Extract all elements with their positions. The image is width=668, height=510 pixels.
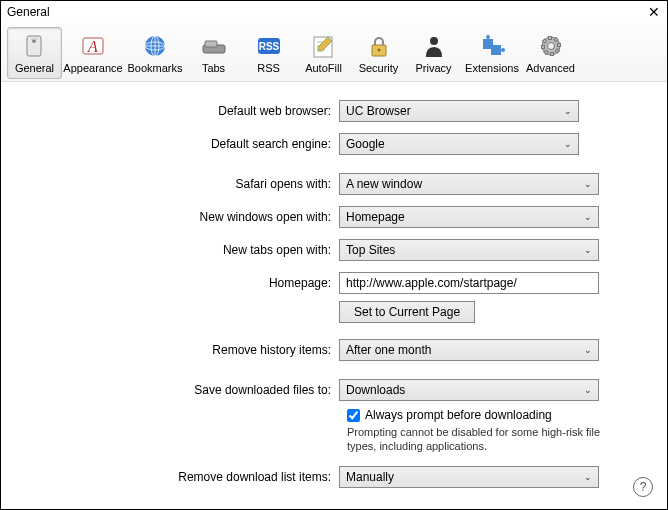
tab-advanced[interactable]: Advanced (523, 27, 578, 79)
svg-rect-26 (541, 46, 544, 49)
always-prompt-checkbox[interactable] (347, 409, 360, 422)
tabs-icon (198, 32, 230, 60)
always-prompt-label[interactable]: Always prompt before downloading (365, 408, 552, 422)
chevron-down-icon: ⌄ (584, 472, 592, 482)
default-browser-value: UC Browser (346, 104, 411, 118)
tab-general[interactable]: General (7, 27, 62, 79)
svg-point-15 (430, 37, 438, 45)
prompt-note: Prompting cannot be disabled for some hi… (347, 426, 607, 454)
svg-point-14 (377, 49, 380, 52)
svg-rect-9 (205, 41, 217, 47)
security-icon (363, 32, 395, 60)
tab-label: Bookmarks (127, 62, 182, 74)
preferences-toolbar: GeneralAAppearanceBookmarksTabsRSSRSSAut… (1, 23, 667, 82)
general-content: Default web browser: UC Browser ⌄ Defaul… (1, 82, 667, 509)
svg-point-21 (547, 43, 554, 50)
chevron-down-icon: ⌄ (584, 385, 592, 395)
label-new-windows: New windows open with: (11, 210, 339, 224)
titlebar: General ✕ (1, 1, 667, 23)
label-default-search: Default search engine: (11, 137, 339, 151)
chevron-down-icon: ⌄ (584, 245, 592, 255)
autofill-icon (308, 32, 340, 60)
help-icon[interactable]: ? (633, 477, 653, 497)
tab-appearance[interactable]: AAppearance (62, 27, 124, 79)
svg-rect-28 (548, 37, 551, 40)
remove-downloads-value: Manually (346, 470, 394, 484)
svg-text:RSS: RSS (258, 41, 279, 52)
tab-label: General (15, 62, 54, 74)
window-title: General (7, 5, 50, 19)
tab-extensions[interactable]: Extensions (461, 27, 523, 79)
label-new-tabs: New tabs open with: (11, 243, 339, 257)
safari-opens-value: A new window (346, 177, 422, 191)
tab-label: Privacy (415, 62, 451, 74)
svg-point-18 (486, 35, 490, 39)
label-homepage: Homepage: (11, 276, 339, 290)
extensions-icon (476, 32, 508, 60)
svg-rect-2 (31, 38, 37, 40)
svg-rect-24 (550, 53, 553, 56)
tab-autofill[interactable]: AutoFill (296, 27, 351, 79)
label-default-browser: Default web browser: (11, 104, 339, 118)
tab-privacy[interactable]: Privacy (406, 27, 461, 79)
tab-label: Advanced (526, 62, 575, 74)
tab-label: Security (359, 62, 399, 74)
svg-text:A: A (87, 38, 98, 55)
label-safari-opens: Safari opens with: (11, 177, 339, 191)
chevron-down-icon: ⌄ (564, 139, 572, 149)
privacy-icon (418, 32, 450, 60)
general-icon (19, 32, 51, 60)
save-downloads-select[interactable]: Downloads ⌄ (339, 379, 599, 401)
label-remove-history: Remove history items: (11, 343, 339, 357)
close-icon[interactable]: ✕ (645, 3, 663, 21)
default-search-value: Google (346, 137, 385, 151)
tab-label: AutoFill (305, 62, 342, 74)
label-remove-downloads: Remove download list items: (11, 470, 339, 484)
bookmarks-icon (139, 32, 171, 60)
remove-history-select[interactable]: After one month ⌄ (339, 339, 599, 361)
svg-point-19 (501, 48, 505, 52)
tab-tabs[interactable]: Tabs (186, 27, 241, 79)
chevron-down-icon: ⌄ (584, 212, 592, 222)
new-tabs-select[interactable]: Top Sites ⌄ (339, 239, 599, 261)
svg-rect-17 (491, 45, 501, 55)
remove-history-value: After one month (346, 343, 431, 357)
tab-label: Tabs (202, 62, 225, 74)
chevron-down-icon: ⌄ (584, 179, 592, 189)
remove-downloads-select[interactable]: Manually ⌄ (339, 466, 599, 488)
new-windows-value: Homepage (346, 210, 405, 224)
tab-label: Extensions (465, 62, 519, 74)
tab-rss[interactable]: RSSRSS (241, 27, 296, 79)
save-downloads-value: Downloads (346, 383, 405, 397)
tab-label: Appearance (63, 62, 122, 74)
default-search-select[interactable]: Google ⌄ (339, 133, 579, 155)
chevron-down-icon: ⌄ (584, 345, 592, 355)
svg-rect-22 (557, 44, 560, 47)
advanced-icon (535, 32, 567, 60)
new-tabs-value: Top Sites (346, 243, 395, 257)
chevron-down-icon: ⌄ (564, 106, 572, 116)
tab-label: RSS (257, 62, 280, 74)
rss-icon: RSS (253, 32, 285, 60)
appearance-icon: A (77, 32, 109, 60)
set-current-page-button[interactable]: Set to Current Page (339, 301, 475, 323)
homepage-input[interactable] (339, 272, 599, 294)
new-windows-select[interactable]: Homepage ⌄ (339, 206, 599, 228)
tab-bookmarks[interactable]: Bookmarks (124, 27, 186, 79)
default-browser-select[interactable]: UC Browser ⌄ (339, 100, 579, 122)
tab-security[interactable]: Security (351, 27, 406, 79)
safari-opens-select[interactable]: A new window ⌄ (339, 173, 599, 195)
label-save-downloads: Save downloaded files to: (11, 383, 339, 397)
